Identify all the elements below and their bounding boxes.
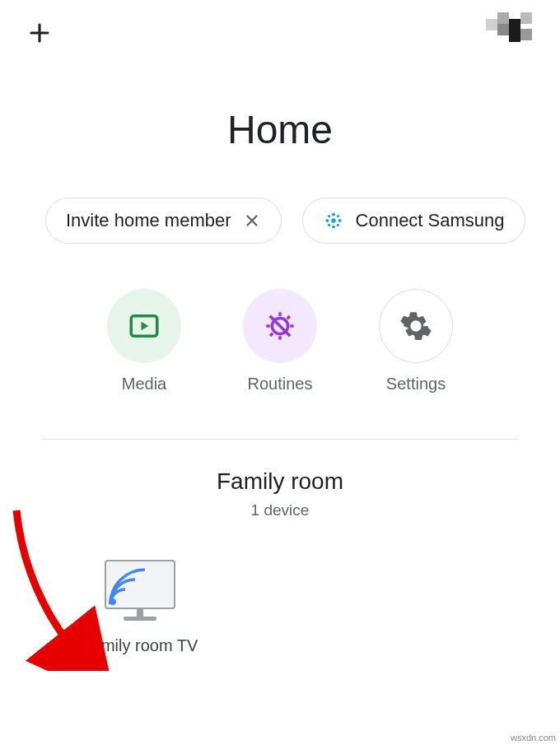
media-icon <box>127 309 161 343</box>
routines-action[interactable]: Routines <box>243 289 317 393</box>
smartthings-icon <box>323 210 344 231</box>
page-title: Home <box>0 107 560 152</box>
svg-rect-21 <box>124 617 156 621</box>
close-icon[interactable] <box>243 212 261 230</box>
connect-samsung-chip[interactable]: Connect Samsung <box>302 198 525 244</box>
svg-rect-20 <box>137 608 143 617</box>
suggestion-chips: Invite home member Connect Samsung <box>0 198 560 244</box>
svg-point-8 <box>336 224 338 226</box>
header-bar <box>0 0 560 66</box>
settings-icon-circle <box>379 289 453 363</box>
device-count: 1 device <box>0 501 560 519</box>
room-section: Family room 1 device <box>0 468 560 519</box>
media-icon-circle <box>107 289 181 363</box>
qa-label: Settings <box>386 375 446 393</box>
chip-label: Connect Samsung <box>356 210 505 231</box>
cast-tv-icon <box>99 556 181 626</box>
svg-point-6 <box>336 215 338 217</box>
family-room-tv-device[interactable]: Family room TV <box>66 556 214 655</box>
svg-point-0 <box>331 218 335 222</box>
svg-line-17 <box>287 316 290 319</box>
svg-point-2 <box>332 226 335 229</box>
device-label: Family room TV <box>82 636 198 655</box>
section-divider <box>41 439 519 440</box>
svg-point-4 <box>338 219 341 222</box>
media-action[interactable]: Media <box>107 289 181 393</box>
svg-point-7 <box>327 224 329 226</box>
routines-icon-circle <box>243 289 317 363</box>
invite-home-member-chip[interactable]: Invite home member <box>45 198 282 244</box>
svg-point-1 <box>332 212 335 216</box>
watermark: wsxdn.com <box>511 733 556 743</box>
add-button[interactable] <box>25 18 54 48</box>
room-name: Family room <box>0 468 560 495</box>
qa-label: Media <box>122 375 166 393</box>
svg-point-19 <box>110 598 116 605</box>
chip-label: Invite home member <box>66 210 231 231</box>
settings-action[interactable]: Settings <box>379 289 453 393</box>
svg-point-5 <box>327 215 329 217</box>
gear-icon <box>399 310 432 342</box>
qa-label: Routines <box>248 375 313 393</box>
svg-line-16 <box>270 333 273 336</box>
plus-icon <box>27 21 52 45</box>
quick-actions-row: Media Routines Settings <box>0 289 560 393</box>
account-avatar[interactable] <box>486 12 535 54</box>
svg-point-3 <box>325 219 329 222</box>
routines-icon <box>263 309 297 343</box>
